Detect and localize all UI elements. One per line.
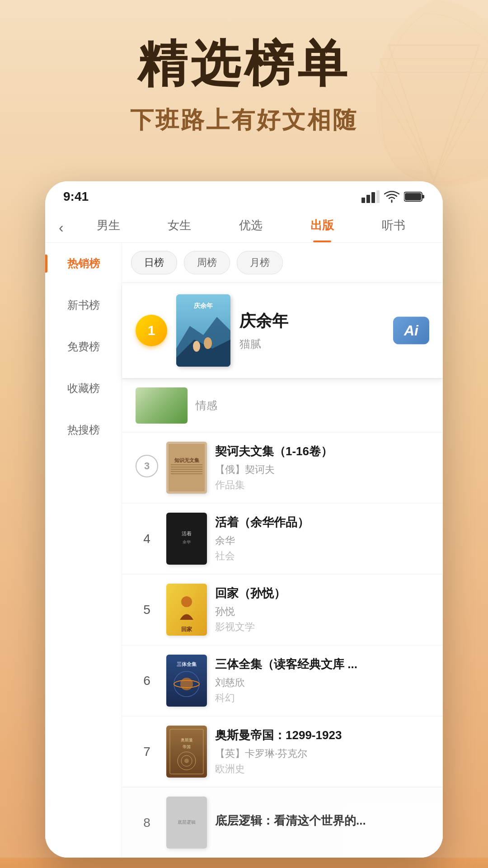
- status-time: 9:41: [63, 189, 89, 204]
- ai-badge: Ai: [393, 317, 429, 344]
- book-cover-7: 奥斯曼 帝国: [166, 726, 207, 778]
- book-title-6: 三体全集（读客经典文库 ...: [215, 656, 434, 672]
- back-button[interactable]: ‹: [59, 215, 73, 241]
- svg-rect-3: [376, 190, 380, 203]
- book-author-3: 【俄】契诃夫: [215, 463, 434, 476]
- svg-rect-17: [171, 464, 202, 465]
- content-area: 热销榜 新书榜 免费榜 收藏榜 热搜榜 日榜 周榜 月榜 1: [45, 243, 443, 858]
- book-author-6: 刘慈欣: [215, 676, 434, 689]
- rank-number-1: 1: [148, 323, 155, 338]
- rank-number-3: 3: [136, 455, 158, 481]
- book-genre-4: 社会: [215, 549, 434, 563]
- book-genre-3: 作品集: [215, 478, 434, 492]
- main-content: 日榜 周榜 月榜 1: [122, 243, 443, 858]
- book-info-4: 活着（余华作品） 余华 社会: [215, 514, 434, 563]
- svg-rect-18: [171, 467, 202, 467]
- filter-daily[interactable]: 日榜: [131, 251, 177, 274]
- rank-number-6: 6: [136, 674, 158, 688]
- book-cover-5: 回家: [166, 584, 207, 636]
- svg-text:三体全集: 三体全集: [177, 661, 197, 667]
- rank-number-5: 5: [136, 603, 158, 617]
- book-cover-6: 三体全集: [166, 655, 207, 707]
- footer-bar: 小米旗下精品阅读平台: [0, 858, 488, 868]
- svg-text:庆余年: 庆余年: [193, 302, 213, 309]
- rank-number-4: 4: [136, 532, 158, 546]
- book-row-4[interactable]: 4 活着 余华 活着（余华作品） 余华 社会: [122, 504, 443, 574]
- sidebar-item-free[interactable]: 免费榜: [45, 326, 122, 368]
- tab-male[interactable]: 男生: [90, 213, 127, 242]
- book-title-4: 活着（余华作品）: [215, 514, 434, 530]
- svg-text:3: 3: [144, 460, 150, 472]
- rank-number-7: 7: [136, 745, 158, 759]
- signal-icon: [361, 190, 380, 203]
- phone-mockup: 9:41 ‹: [45, 181, 443, 858]
- filter-weekly[interactable]: 周榜: [184, 251, 230, 274]
- svg-text:底层逻辑: 底层逻辑: [178, 820, 196, 825]
- book-author-5: 孙悦: [215, 605, 434, 618]
- wifi-icon: [384, 190, 399, 203]
- book-cover-1: 庆余年: [176, 294, 230, 367]
- nav-bar: ‹ 男生 女生 优选 出版 听书: [45, 208, 443, 243]
- svg-rect-5: [422, 195, 424, 198]
- rank-badge-1: 1: [136, 315, 167, 346]
- book-row-8[interactable]: 8 底层逻辑 底层逻辑：看清这个世界的...: [122, 788, 443, 858]
- book-cover-4: 活着 余华: [166, 513, 207, 565]
- book-info-5: 回家（孙悦） 孙悦 影视文学: [215, 585, 434, 634]
- battery-icon: [404, 191, 425, 203]
- book-cover-2: [136, 387, 188, 424]
- sidebar-item-new[interactable]: 新书榜: [45, 284, 122, 326]
- svg-rect-1: [366, 195, 370, 203]
- hero-subtitle: 下班路上有好文相随: [27, 104, 461, 136]
- book-row-2[interactable]: 情感: [122, 379, 443, 432]
- svg-point-8: [193, 341, 200, 352]
- svg-rect-6: [405, 193, 421, 200]
- top-book-card[interactable]: 1: [122, 283, 443, 378]
- tab-selected[interactable]: 优选: [232, 213, 269, 242]
- filter-bar: 日榜 周榜 月榜: [122, 243, 443, 283]
- tab-published[interactable]: 出版: [304, 213, 341, 242]
- book-genre-2: 情感: [196, 399, 217, 411]
- book-row-7[interactable]: 7 奥斯曼 帝国: [122, 717, 443, 787]
- svg-rect-2: [371, 192, 375, 203]
- svg-text:余华: 余华: [183, 540, 191, 544]
- sidebar: 热销榜 新书榜 免费榜 收藏榜 热搜榜: [45, 243, 122, 858]
- hero-title: 精选榜单: [27, 36, 461, 91]
- sidebar-item-collect[interactable]: 收藏榜: [45, 368, 122, 409]
- sidebar-item-hot[interactable]: 热销榜: [45, 243, 122, 284]
- svg-rect-15: [169, 444, 205, 491]
- status-bar: 9:41: [45, 181, 443, 208]
- svg-text:奥斯曼: 奥斯曼: [181, 738, 193, 742]
- book-author-7: 【英】卡罗琳·芬克尔: [215, 747, 434, 760]
- book-genre-5: 影视文学: [215, 620, 434, 634]
- book-row-6[interactable]: 6 三体全集: [122, 646, 443, 716]
- book-genre-6: 科幻: [215, 691, 434, 705]
- svg-text:回家: 回家: [181, 626, 192, 632]
- svg-point-9: [204, 337, 212, 349]
- svg-point-32: [180, 678, 193, 690]
- book-title-7: 奥斯曼帝国：1299-1923: [215, 727, 434, 743]
- status-icons: [361, 190, 425, 203]
- svg-rect-19: [171, 469, 202, 470]
- book-info-2: 情感: [196, 398, 217, 413]
- book-title-3: 契诃夫文集（1-16卷）: [215, 443, 434, 459]
- filter-monthly[interactable]: 月榜: [237, 251, 283, 274]
- svg-rect-20: [171, 471, 202, 472]
- svg-rect-22: [166, 513, 207, 565]
- book-cover-8: 底层逻辑: [166, 797, 207, 849]
- tab-audio[interactable]: 听书: [375, 213, 412, 242]
- book-info-6: 三体全集（读客经典文库 ... 刘慈欣 科幻: [215, 656, 434, 705]
- svg-rect-21: [171, 473, 202, 474]
- tab-female[interactable]: 女生: [161, 213, 198, 242]
- book-genre-7: 欧洲史: [215, 762, 434, 776]
- book-row-5[interactable]: 5 回家: [122, 575, 443, 645]
- sidebar-item-search[interactable]: 热搜榜: [45, 409, 122, 451]
- svg-text:知识无文集: 知识无文集: [174, 458, 200, 463]
- svg-point-26: [181, 596, 192, 607]
- nav-tabs: 男生 女生 优选 出版 听书: [73, 213, 429, 242]
- rank-number-8: 8: [136, 816, 158, 830]
- book-title-8: 底层逻辑：看清这个世界的...: [215, 813, 434, 829]
- svg-text:活着: 活着: [182, 531, 192, 536]
- book-info-8: 底层逻辑：看清这个世界的...: [215, 813, 434, 832]
- svg-text:帝国: 帝国: [183, 745, 191, 749]
- book-row-3[interactable]: 3 知识无文集 契诃夫文集（1-16: [122, 433, 443, 503]
